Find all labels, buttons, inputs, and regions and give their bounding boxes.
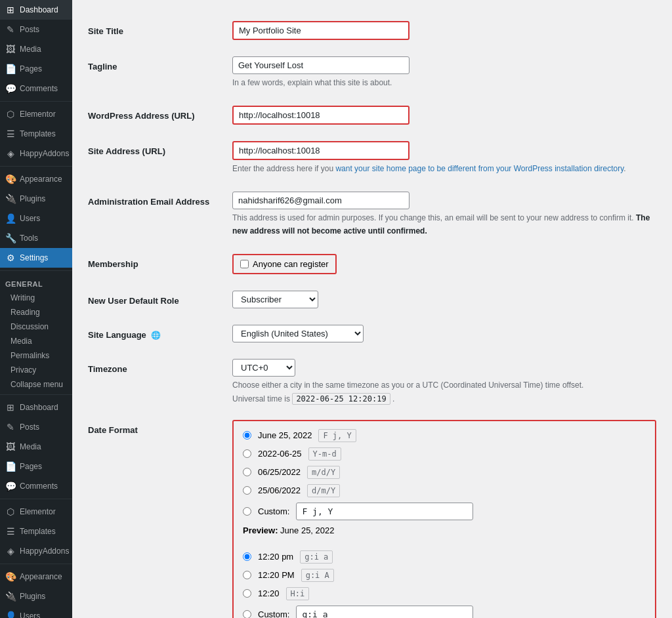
sidebar-item-comments2[interactable]: 💬 Comments bbox=[0, 476, 72, 496]
sidebar-item-plugins[interactable]: 🔌 Plugins bbox=[0, 189, 72, 209]
time-format-radio-1[interactable] bbox=[243, 552, 251, 561]
universal-time-label: Universal time is bbox=[232, 394, 290, 403]
date-format-label-3: 06/25/2022 bbox=[258, 467, 301, 477]
wp-address-label: WordPress Address (URL) bbox=[88, 98, 232, 133]
sidebar-sub-permalinks[interactable]: Permalinks bbox=[0, 348, 72, 363]
time-format-code-3: H:i bbox=[286, 587, 310, 600]
time-format-section: 12:20 pm g:i a 12:20 PM g:i A bbox=[243, 550, 646, 618]
timezone-select[interactable]: UTC+0 bbox=[232, 359, 295, 377]
admin-email-input[interactable] bbox=[232, 192, 410, 209]
membership-checkbox-label[interactable]: Anyone can register bbox=[232, 254, 337, 274]
time-format-custom-input[interactable] bbox=[296, 606, 473, 618]
sidebar-item-appearance[interactable]: 🎨 Appearance bbox=[0, 169, 72, 189]
time-format-code-2: g:i A bbox=[301, 569, 334, 582]
site-address-link[interactable]: want your site home page to be different… bbox=[335, 164, 623, 173]
sidebar-item-happyaddons[interactable]: ◈ HappyAddons bbox=[0, 144, 72, 163]
time-format-option-1: 12:20 pm g:i a bbox=[243, 550, 646, 564]
date-format-radio-2[interactable] bbox=[243, 449, 251, 458]
date-format-option-custom: Custom: bbox=[243, 503, 646, 520]
dashboard-icon: ⊞ bbox=[5, 5, 16, 15]
site-address-input[interactable] bbox=[232, 141, 410, 160]
site-language-row: Site Language 🌐 English (United States) bbox=[88, 316, 656, 350]
templates-icon: ☰ bbox=[5, 129, 16, 139]
sidebar-item-users2[interactable]: 👤 Users bbox=[0, 606, 72, 618]
templates-icon2: ☰ bbox=[5, 526, 16, 537]
tagline-input[interactable] bbox=[232, 56, 410, 74]
sidebar-item-label: Tools bbox=[20, 234, 38, 243]
time-format-label-2: 12:20 PM bbox=[258, 570, 295, 580]
sidebar-item-label: Templates bbox=[20, 129, 56, 138]
date-format-option-3: 06/25/2022 m/d/Y bbox=[243, 466, 646, 479]
sidebar-item-label: Pages bbox=[20, 64, 42, 73]
new-user-role-label: New User Default Role bbox=[88, 282, 232, 316]
new-user-role-row: New User Default Role Subscriber Contrib… bbox=[88, 282, 656, 316]
sidebar-item-templates2[interactable]: ☰ Templates bbox=[0, 522, 72, 541]
wp-address-input[interactable] bbox=[232, 106, 410, 125]
date-format-radio-1[interactable] bbox=[243, 431, 251, 440]
sidebar-item-media2[interactable]: 🖼 Media bbox=[0, 437, 72, 457]
date-format-label-4: 25/06/2022 bbox=[258, 485, 301, 495]
sidebar-sub-media[interactable]: Media bbox=[0, 334, 72, 348]
media-icon2: 🖼 bbox=[5, 442, 16, 452]
date-format-radio-3[interactable] bbox=[243, 468, 251, 476]
date-format-label-1: June 25, 2022 bbox=[258, 430, 312, 440]
time-format-option-2: 12:20 PM g:i A bbox=[243, 569, 646, 582]
sidebar-item-posts2[interactable]: ✎ Posts bbox=[0, 417, 72, 437]
sidebar-item-templates[interactable]: ☰ Templates bbox=[0, 124, 72, 144]
time-format-radio-2[interactable] bbox=[243, 571, 251, 579]
sidebar-item-settings[interactable]: ⚙ Settings bbox=[0, 248, 72, 268]
sidebar-collapse[interactable]: Collapse menu bbox=[0, 377, 72, 392]
time-format-radio-custom[interactable] bbox=[243, 610, 251, 618]
sidebar-item-pages2[interactable]: 📄 Pages bbox=[0, 457, 72, 476]
sidebar-item-comments[interactable]: 💬 Comments bbox=[0, 79, 72, 98]
language-icon: 🌐 bbox=[151, 331, 161, 340]
divider bbox=[0, 270, 72, 271]
admin-email-row: Administration Email Address This addres… bbox=[88, 184, 656, 245]
sidebar-sub-writing[interactable]: Writing bbox=[0, 291, 72, 305]
divider bbox=[0, 101, 72, 102]
membership-row: Membership Anyone can register bbox=[88, 245, 656, 282]
time-format-code-1: g:i a bbox=[300, 550, 333, 564]
users-icon: 👤 bbox=[5, 213, 16, 224]
sidebar-item-dashboard[interactable]: ⊞ Dashboard bbox=[0, 0, 72, 20]
timezone-description: Choose either a city in the same timezon… bbox=[232, 379, 656, 392]
plugins-icon: 🔌 bbox=[5, 194, 16, 204]
tools-icon: 🔧 bbox=[5, 233, 16, 243]
main-content: Site Title Tagline In a few words, expla… bbox=[72, 0, 672, 618]
sidebar-item-happyaddons2[interactable]: ◈ HappyAddons bbox=[0, 541, 72, 561]
site-language-select[interactable]: English (United States) bbox=[232, 325, 364, 342]
new-user-role-select[interactable]: Subscriber Contributor Author Editor Adm… bbox=[232, 291, 318, 308]
date-format-custom-input[interactable] bbox=[296, 503, 473, 520]
sidebar-item-tools[interactable]: 🔧 Tools bbox=[0, 228, 72, 248]
sidebar-item-elementor[interactable]: ⬡ Elementor bbox=[0, 104, 72, 124]
plugins-icon2: 🔌 bbox=[5, 591, 16, 602]
sidebar-item-plugins2[interactable]: 🔌 Plugins bbox=[0, 587, 72, 606]
pages-icon2: 📄 bbox=[5, 461, 16, 472]
site-title-label: Site Title bbox=[88, 13, 232, 49]
date-format-box: June 25, 2022 F j, Y 2022-06-25 Y-m-d 06 bbox=[232, 420, 656, 618]
date-format-radio-4[interactable] bbox=[243, 486, 251, 495]
sidebar-item-label: Pages bbox=[20, 462, 42, 471]
sidebar-item-elementor2[interactable]: ⬡ Elementor bbox=[0, 502, 72, 522]
date-format-code-1: F j, Y bbox=[318, 429, 356, 442]
time-format-radio-3[interactable] bbox=[243, 589, 251, 598]
tagline-description: In a few words, explain what this site i… bbox=[232, 77, 656, 89]
timezone-row: Timezone UTC+0 Choose either a city in t… bbox=[88, 350, 656, 411]
date-format-radio-custom[interactable] bbox=[243, 507, 251, 516]
sidebar-item-appearance2[interactable]: 🎨 Appearance bbox=[0, 567, 72, 587]
membership-checkbox[interactable] bbox=[240, 260, 249, 268]
sidebar-item-pages[interactable]: 📄 Pages bbox=[0, 59, 72, 79]
sidebar-item-posts[interactable]: ✎ Posts bbox=[0, 20, 72, 39]
sidebar-item-media[interactable]: 🖼 Media bbox=[0, 39, 72, 59]
sidebar-item-dashboard2[interactable]: ⊞ Dashboard bbox=[0, 398, 72, 417]
sidebar-item-label: Appearance bbox=[20, 572, 62, 581]
tagline-row: Tagline In a few words, explain what thi… bbox=[88, 49, 656, 98]
sidebar-item-label: Users bbox=[20, 214, 40, 223]
sidebar-sub-discussion[interactable]: Discussion bbox=[0, 319, 72, 334]
sidebar-item-users[interactable]: 👤 Users bbox=[0, 209, 72, 228]
sidebar-sub-privacy[interactable]: Privacy bbox=[0, 363, 72, 377]
sidebar-sub-reading[interactable]: Reading bbox=[0, 305, 72, 319]
date-format-option-1: June 25, 2022 F j, Y bbox=[243, 429, 646, 442]
sidebar-item-label: HappyAddons bbox=[20, 149, 69, 158]
site-title-input[interactable] bbox=[232, 21, 410, 40]
